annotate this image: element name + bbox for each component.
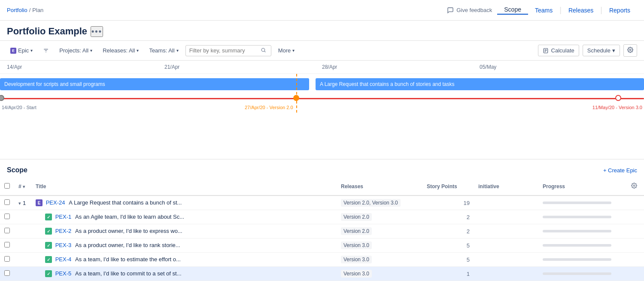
epic-filter-button[interactable]: E Epic ▾ [7, 46, 36, 55]
table-settings-button[interactable] [629, 181, 640, 192]
issue-type-icon: E [36, 199, 43, 206]
portfolio-link[interactable]: Portfolio [7, 7, 27, 13]
releases-filter-button[interactable]: Releases: All ▾ [99, 46, 142, 55]
breadcrumb: Portfolio / Plan [7, 7, 442, 13]
issue-title: As a team, I'd like to commit to a set o… [75, 270, 181, 277]
table-row: ✓ PEX-5 As a team, I'd like to commit to… [0, 267, 644, 281]
table-header: # ▾ Title Releases Story Points initiati… [0, 177, 644, 195]
scope-title: Scope [7, 166, 27, 174]
issue-type-icon: ✓ [45, 270, 52, 277]
row-checkbox[interactable] [4, 228, 10, 233]
row-title-cell: ✓ PEX-2 As a product owner, I'd like to … [31, 224, 337, 238]
row-progress-cell [538, 253, 624, 267]
row-progress-cell [538, 267, 624, 281]
row-checkbox[interactable] [4, 242, 10, 247]
timeline-settings-button[interactable] [623, 44, 637, 57]
date-3: 28/Apr [322, 64, 480, 70]
plan-label: Plan [32, 7, 43, 13]
row-num-cell [14, 224, 31, 238]
search-icon[interactable] [261, 47, 266, 54]
schedule-button[interactable]: Schedule ▾ [583, 45, 620, 56]
th-initiative: initiative [474, 177, 538, 195]
row-checkbox[interactable] [4, 199, 10, 205]
issue-title: As a team, I'd like to estimate the effo… [75, 256, 181, 263]
toolbar-right: Calculate Schedule ▾ [538, 44, 637, 57]
row-checkbox-cell [0, 224, 14, 238]
nav-scope[interactable]: Scope [497, 6, 528, 15]
th-checkbox [0, 177, 14, 195]
date-1: 14/Apr [7, 64, 164, 70]
filter-icon-button[interactable] [39, 46, 52, 55]
give-feedback-btn[interactable]: Give feedback [442, 7, 497, 14]
svg-line-4 [264, 51, 265, 52]
row-checkbox-cell [0, 267, 14, 281]
nav-reports[interactable]: Reports [602, 7, 637, 14]
gantt-bar-2[interactable]: A Large Request that contains a bunch of… [316, 78, 644, 90]
row-progress-cell [538, 224, 624, 238]
issue-key-link[interactable]: PEX-3 [55, 242, 72, 248]
story-points-value: 1 [467, 271, 470, 277]
calculate-icon [543, 48, 549, 54]
release-badge: Version 2.0 [341, 227, 372, 235]
more-options-button[interactable]: ••• [91, 26, 103, 37]
dot-start [0, 95, 4, 101]
row-story-points-cell: 5 [422, 238, 474, 253]
scope-table: # ▾ Title Releases Story Points initiati… [0, 177, 644, 281]
calculate-button[interactable]: Calculate [538, 45, 579, 56]
projects-chevron-icon: ▾ [90, 48, 92, 53]
select-all-checkbox[interactable] [4, 183, 10, 189]
issue-key-link[interactable]: PEX-5 [55, 270, 72, 277]
row-progress-cell [538, 195, 624, 210]
projects-filter-button[interactable]: Projects: All ▾ [56, 46, 96, 55]
table-row: ✓ PEX-2 As a product owner, I'd like to … [0, 224, 644, 238]
row-releases-cell: Version 2.0, Version 3.0 [337, 195, 422, 210]
row-actions-cell [624, 210, 644, 224]
epic-chevron-icon: ▾ [30, 48, 33, 53]
row-checkbox[interactable] [4, 214, 10, 219]
row-story-points-cell: 2 [422, 224, 474, 238]
row-checkbox-cell [0, 195, 14, 210]
table-body: ▾1 E PEX-24 A Large Request that contain… [0, 195, 644, 281]
create-epic-button[interactable]: + Create Epic [603, 167, 637, 174]
issue-type-icon: ✓ [45, 256, 52, 263]
issue-key-link[interactable]: PEX-24 [46, 199, 65, 206]
projects-label: Projects: All [59, 47, 88, 54]
releases-chevron-icon: ▾ [137, 48, 139, 53]
teams-label: Teams: All [149, 47, 174, 54]
story-points-value: 2 [467, 228, 470, 235]
progress-bar [543, 272, 611, 275]
progress-bar [543, 258, 611, 261]
scope-table-container: # ▾ Title Releases Story Points initiati… [0, 177, 644, 281]
nav-releases[interactable]: Releases [562, 7, 600, 14]
gantt-bar-1-label: Development for scripts and small progra… [4, 81, 105, 87]
issue-key-link[interactable]: PEX-4 [55, 256, 72, 263]
issue-key-link[interactable]: PEX-2 [55, 228, 72, 234]
nav-teams[interactable]: Teams [528, 7, 559, 14]
row-story-points-cell: 19 [422, 195, 474, 210]
release-badge: Version 3.0 [341, 270, 372, 278]
th-story-points: Story Points [422, 177, 474, 195]
more-filter-button[interactable]: More ▾ [275, 46, 298, 55]
table-row: ✓ PEX-3 As a product owner, I'd like to … [0, 238, 644, 253]
gantt-bar-1[interactable]: Development for scripts and small progra… [0, 78, 309, 90]
row-story-points-cell: 5 [422, 253, 474, 267]
row-expand-btn[interactable]: ▾ [18, 201, 21, 206]
megaphone-icon [447, 7, 454, 14]
row-checkbox[interactable] [4, 256, 10, 262]
row-checkbox-cell [0, 253, 14, 267]
issue-title: A Large Request that contains a bunch of… [69, 199, 182, 206]
table-row: ▾1 E PEX-24 A Large Request that contain… [0, 195, 644, 210]
filter-icon [43, 48, 49, 54]
milestone-v3-label: 11/May/20 - Version 3.0 [592, 105, 642, 110]
row-checkbox[interactable] [4, 270, 10, 276]
release-badge: Version 3.0 [341, 256, 372, 263]
search-input[interactable] [189, 47, 258, 54]
issue-key-link[interactable]: PEX-1 [55, 214, 72, 220]
story-points-value: 5 [467, 257, 470, 263]
progress-bar [543, 244, 611, 247]
more-chevron-icon: ▾ [292, 48, 295, 53]
row-checkbox-cell [0, 238, 14, 253]
timeline-bars-area: Development for scripts and small progra… [0, 74, 644, 143]
teams-filter-button[interactable]: Teams: All ▾ [146, 46, 182, 55]
epic-label: Epic [18, 47, 29, 54]
